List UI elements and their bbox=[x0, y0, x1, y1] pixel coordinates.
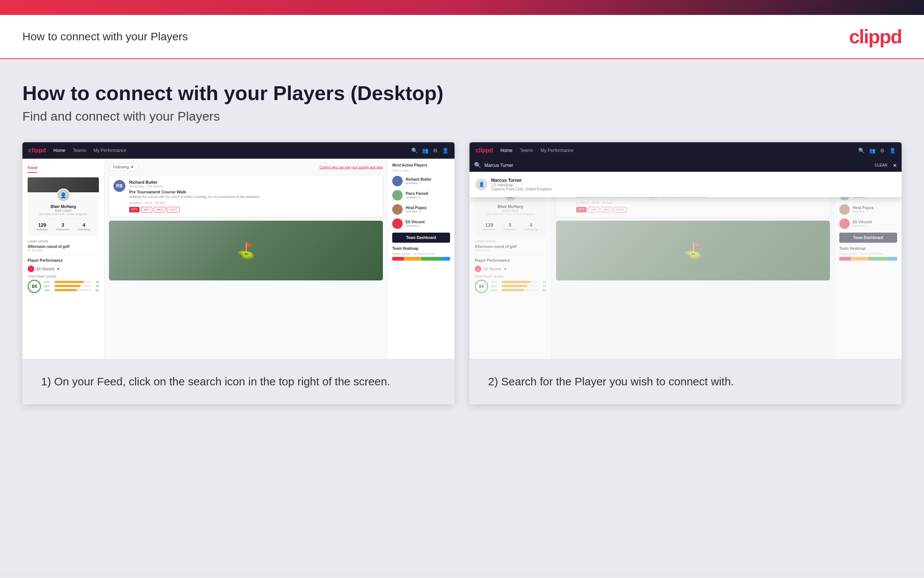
latest-label-1: Latest Activity bbox=[28, 239, 99, 243]
search-input-2[interactable]: Marcus Turner bbox=[484, 163, 869, 168]
activity-info-1: Richard Butler Yesterday · The Grove Pre… bbox=[129, 180, 379, 213]
settings-icon[interactable]: ⚙ bbox=[433, 148, 438, 153]
score-circle-1: 84 bbox=[28, 280, 41, 293]
activity-card-1: RB Richard Butler Yesterday · The Grove … bbox=[109, 175, 383, 217]
nav-home-1[interactable]: Home bbox=[53, 148, 65, 153]
nav-performance-1[interactable]: My Performance bbox=[93, 148, 126, 153]
control-link-1[interactable]: Control who can see your activity and da… bbox=[319, 166, 383, 169]
mini-app-2: 🔍 Marcus Turner CLEAR ✕ 👤 Marcus Turner … bbox=[469, 142, 901, 359]
search-close-icon-2[interactable]: ✕ bbox=[893, 162, 897, 169]
tag-arg-1: ARG bbox=[154, 207, 165, 213]
feed-tab-1[interactable]: Feed bbox=[28, 166, 37, 173]
header: How to connect with your Players clippd bbox=[0, 15, 924, 59]
score-circle-2: 84 bbox=[475, 280, 488, 293]
player-item-ev-1[interactable]: Eli Vincent Activities: 1 bbox=[392, 218, 450, 229]
player-performance-2: Player Performance Eli Vincent ▼ Total P… bbox=[475, 255, 546, 293]
tag-ott-1: OTT bbox=[129, 207, 139, 213]
avatar-icon[interactable]: 👤 bbox=[442, 148, 448, 153]
mini-left-1: Feed 👤 Blair McHarg Golf Coach Mill Ride… bbox=[23, 159, 105, 359]
main-content: How to connect with your Players (Deskto… bbox=[0, 59, 924, 574]
team-heatmap-label-1: Team Heatmap bbox=[392, 247, 450, 250]
player-avatar-ev-2 bbox=[839, 218, 850, 229]
activity-tags-2: OTT APP ARG PUTT bbox=[576, 207, 825, 213]
search-icon-nav-2[interactable]: 🔍 bbox=[858, 148, 865, 153]
player-avatar-pp-1 bbox=[392, 190, 403, 201]
avatar-icon-2[interactable]: 👤 bbox=[889, 148, 896, 153]
stat-followers-label-1: Followers bbox=[57, 228, 69, 231]
player-item-pp-1[interactable]: Piers Parnell Activities: 4 bbox=[392, 190, 450, 201]
heatmap-bar-2 bbox=[839, 257, 897, 261]
player-performance-1: Player Performance Eli Vincent ▼ Total P… bbox=[28, 255, 99, 293]
tpq-score-2: 84 OTT 79 bbox=[475, 280, 546, 293]
team-heatmap-sub-2: Player Quality · 20 Round Trend bbox=[839, 252, 897, 255]
bar-arg-track-1 bbox=[55, 289, 91, 291]
latest-label-2: Latest Activity bbox=[475, 239, 546, 243]
people-icon[interactable]: 👥 bbox=[422, 148, 429, 153]
profile-club-1: Mill Ride Golf Club, United Kingdom bbox=[32, 213, 94, 216]
player-item-hp-1[interactable]: Hiral Pujara Activities: 3 bbox=[392, 204, 450, 215]
team-dashboard-btn-1[interactable]: Team Dashboard bbox=[392, 233, 450, 243]
heatmap-seg-6 bbox=[851, 257, 868, 261]
caption-text-1: 1) On your Feed, click on the search ico… bbox=[41, 374, 436, 390]
duration-value-2: 02 hr : 00 min bbox=[592, 201, 612, 205]
search-result-avatar-2: 👤 bbox=[476, 179, 487, 190]
stat-activities-label-2: Activities bbox=[483, 228, 495, 231]
search-icon[interactable]: 🔍 bbox=[411, 148, 417, 153]
mini-right-1: Most Active Players Last 30 days Richard… bbox=[387, 159, 455, 359]
profile-stats-1: 129 Activities 3 Followers 4 Following bbox=[32, 219, 94, 231]
screenshot-2: 🔍 Marcus Turner CLEAR ✕ 👤 Marcus Turner … bbox=[469, 142, 901, 404]
nav-teams-1[interactable]: Teams bbox=[73, 148, 86, 153]
tpq-score-1: 84 OTT 79 bbox=[28, 280, 99, 293]
search-result-handicap-2: 1.5 Handicap bbox=[491, 183, 552, 187]
search-clear-2[interactable]: CLEAR bbox=[872, 162, 890, 168]
activity-card-desc-1: Walking the course with my coach to buil… bbox=[129, 195, 379, 199]
following-bar-1: Following ▼ Control who can see your act… bbox=[109, 163, 383, 171]
chevron-down-icon-1: ▼ bbox=[130, 165, 134, 169]
people-icon-2[interactable]: 👥 bbox=[869, 148, 875, 153]
tpq-label-1: Total Player Quality bbox=[28, 274, 99, 278]
top-bar bbox=[0, 0, 924, 15]
bar-ott-track-1 bbox=[55, 281, 91, 283]
bar-arg-label-2: ARG bbox=[491, 289, 500, 292]
player-name-rb-1: Richard Butler bbox=[406, 177, 431, 182]
page-header: How to connect with your Players (Deskto… bbox=[23, 81, 901, 123]
duration-value-1: 02 hr : 00 min bbox=[145, 201, 165, 205]
nav-teams-2[interactable]: Teams bbox=[520, 148, 533, 153]
pp-label-1: Player Performance bbox=[28, 258, 99, 263]
bar-arg-1: ARG 61 bbox=[44, 289, 99, 292]
stat-following-num-1: 4 bbox=[78, 222, 90, 228]
nav-performance-2[interactable]: My Performance bbox=[540, 148, 573, 153]
screenshots-row: clippd Home Teams My Performance 🔍 👥 ⚙ 👤 bbox=[23, 142, 901, 404]
profile-card-1: 👤 Blair McHarg Golf Coach Mill Ride Golf… bbox=[28, 177, 99, 235]
player-item-rb-1[interactable]: Richard Butler Activities: 7 bbox=[392, 176, 450, 186]
bar-app-2: APP 70 bbox=[491, 284, 546, 288]
heatmap-seg-1 bbox=[392, 257, 404, 261]
bar-arg-2: ARG 61 bbox=[491, 289, 546, 292]
bar-arg-fill-1 bbox=[55, 289, 77, 291]
stat-followers-2: 3 Followers bbox=[503, 222, 516, 231]
player-select-avatar-2 bbox=[475, 265, 481, 272]
caption-box-1: 1) On your Feed, click on the search ico… bbox=[23, 359, 455, 404]
player-item-hp-2: Hiral Pujara Activities: 3 bbox=[839, 204, 897, 215]
player-name-ev-2: Eli Vincent bbox=[853, 220, 872, 224]
bar-app-track-2 bbox=[502, 285, 539, 287]
search-result-name-2: Marcus Turner bbox=[491, 178, 552, 183]
page-title: How to connect with your Players bbox=[23, 30, 188, 43]
search-result-club-2: Cypress Point Club, United Kingdom bbox=[491, 187, 552, 191]
nav-home-2[interactable]: Home bbox=[500, 148, 512, 153]
player-select-1[interactable]: Eli Vincent ▼ bbox=[28, 265, 99, 272]
logo: clippd bbox=[849, 25, 901, 48]
mini-middle-1: Following ▼ Control who can see your act… bbox=[105, 159, 387, 359]
settings-icon-2[interactable]: ⚙ bbox=[880, 148, 885, 153]
mini-logo-2: clippd bbox=[476, 147, 493, 154]
following-button-1[interactable]: Following ▼ bbox=[109, 163, 138, 171]
activity-title-2: Afternoon round of golf bbox=[475, 245, 546, 249]
profile-role-2: Golf Coach bbox=[479, 209, 542, 213]
duration-label-1: Duration bbox=[129, 201, 142, 205]
main-subtitle: Find and connect with your Players bbox=[23, 109, 901, 123]
bar-ott-1: OTT 79 bbox=[44, 281, 99, 284]
player-select-name-2: Eli Vincent bbox=[484, 267, 501, 271]
bar-app-label-1: APP bbox=[44, 284, 53, 288]
heatmap-seg-7 bbox=[868, 257, 888, 261]
search-result-item-2[interactable]: 👤 Marcus Turner 1.5 Handicap Cypress Poi… bbox=[473, 175, 899, 194]
